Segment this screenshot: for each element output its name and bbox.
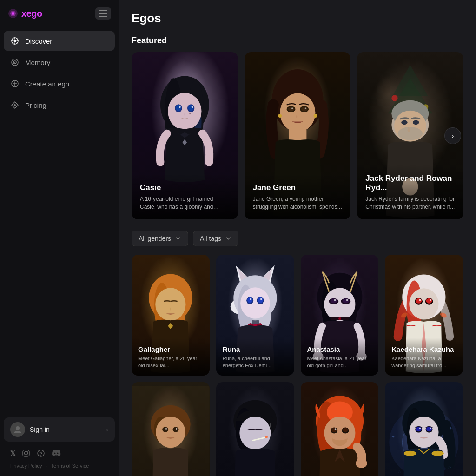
svg-point-49 — [313, 114, 317, 118]
chevron-down-icon-2 — [225, 235, 231, 242]
jane-card-overlay: Jane Green Jane Green, a young mother st… — [245, 174, 351, 219]
carousel-next-button[interactable]: › — [444, 127, 461, 144]
sidebar-item-discover[interactable]: Discover — [4, 31, 115, 51]
anastasia-name: Anastasia — [307, 345, 372, 353]
svg-text:P: P — [40, 451, 42, 456]
discover-icon — [10, 36, 20, 46]
dot-separator: · — [46, 463, 47, 469]
kazuha-overlay: Kaedehara Kazuha Kaedehara Kazuha, a wan… — [385, 338, 463, 376]
svg-point-41 — [280, 93, 315, 132]
svg-point-110 — [419, 299, 421, 301]
create-icon — [10, 79, 20, 88]
jack-desc: Jack Ryder's family is decorating for Ch… — [365, 195, 455, 211]
svg-point-2 — [12, 12, 14, 15]
ego-grid: Gallagher Meet Gallagher, a 28-year-old … — [132, 255, 463, 476]
gallagher-name: Gallagher — [138, 345, 203, 353]
svg-point-46 — [291, 108, 293, 109]
gender-filter-dropdown[interactable]: All genders — [132, 231, 188, 246]
svg-rect-122 — [132, 386, 210, 476]
sidebar-footer: Sign in › 𝕏 P — [0, 410, 119, 476]
user-avatar — [10, 422, 25, 437]
sidebar-toggle-button[interactable] — [95, 7, 111, 20]
sidebar-nav: Discover Memory Create an — [0, 31, 119, 410]
instagram-icon[interactable] — [22, 449, 30, 457]
svg-point-136 — [343, 428, 348, 432]
jack-card-overlay: Jack Ryder and Rowan Ryd... Jack Ryder's… — [357, 165, 463, 219]
featured-section-title: Featured — [132, 36, 463, 46]
ego-card-row2-2[interactable] — [216, 382, 294, 476]
sidebar-item-label-create: Create an ego — [25, 80, 69, 88]
casie-card-overlay: Casie A 16-year-old emo girl named Casie… — [132, 174, 238, 219]
logo-text: xego — [21, 8, 42, 19]
ego-card-row2-4[interactable]: ✦ ✦ ◇ ◇ — [385, 382, 463, 476]
featured-card-jane[interactable]: Jane Green Jane Green, a young mother st… — [245, 52, 351, 219]
svg-point-93 — [330, 298, 337, 303]
pinterest-icon[interactable]: P — [37, 449, 45, 457]
svg-point-95 — [342, 298, 349, 303]
featured-card-casie[interactable]: Casie A 16-year-old emo girl named Casie… — [132, 52, 238, 219]
privacy-policy-link[interactable]: Privacy Policy — [10, 463, 42, 469]
ego-card-row2-1[interactable] — [132, 382, 210, 476]
sidebar: xego Discover — [0, 0, 119, 476]
svg-point-138 — [356, 458, 367, 468]
kazuha-name: Kaedehara Kazuha — [391, 345, 456, 353]
ego-card-kazuha[interactable]: Kaedehara Kazuha Kaedehara Kazuha, a wan… — [385, 255, 463, 376]
anastasia-overlay: Anastasia Meet Anastasia, a 21-year-old … — [301, 338, 379, 376]
svg-point-82 — [258, 297, 263, 303]
svg-point-26 — [57, 453, 59, 454]
sidebar-item-memory[interactable]: Memory — [4, 52, 115, 73]
svg-text:✦: ✦ — [449, 426, 453, 430]
svg-point-59 — [398, 127, 423, 140]
tags-filter-dropdown[interactable]: All tags — [193, 231, 238, 246]
terms-of-service-link[interactable]: Terms of Service — [51, 463, 89, 469]
runa-overlay: Runa Runa, a cheerful and energetic Fox … — [216, 338, 294, 376]
svg-text:◇: ◇ — [398, 469, 401, 474]
jane-desc: Jane Green, a young mother struggling wi… — [253, 195, 343, 211]
svg-point-53 — [392, 95, 398, 101]
svg-point-91 — [324, 288, 355, 321]
svg-point-80 — [247, 297, 252, 303]
sign-in-button[interactable]: Sign in › — [4, 417, 115, 442]
sidebar-item-pricing[interactable]: Pricing — [4, 95, 115, 115]
filters-row: All genders All tags — [132, 231, 463, 246]
sidebar-item-label-pricing: Pricing — [25, 101, 46, 109]
row2-3-art — [301, 382, 379, 476]
svg-point-48 — [278, 114, 282, 118]
svg-point-99 — [338, 317, 341, 320]
svg-point-151 — [430, 427, 431, 429]
sign-in-text: Sign in — [30, 426, 50, 433]
discord-icon[interactable] — [52, 449, 61, 457]
svg-point-39 — [189, 113, 191, 114]
x-social-icon[interactable]: 𝕏 — [10, 449, 15, 457]
svg-point-19 — [16, 426, 20, 430]
svg-point-152 — [404, 451, 416, 456]
casie-name: Casie — [140, 183, 230, 192]
row2-2-art — [216, 382, 294, 476]
gallagher-desc: Meet Gallagher, a 28-year-old bisexual..… — [138, 355, 203, 369]
svg-point-96 — [334, 299, 336, 301]
sidebar-item-create[interactable]: Create an ego — [4, 73, 115, 94]
logo[interactable]: xego — [7, 8, 42, 19]
svg-point-111 — [430, 299, 431, 301]
ego-card-anastasia[interactable]: ☠ Anastasia Meet Anastasia, a 21-year-ol… — [301, 255, 379, 376]
footer-links: Privacy Policy · Terms of Service — [4, 463, 115, 469]
tags-filter-label: All tags — [200, 235, 221, 242]
pricing-icon — [10, 100, 20, 110]
chevron-down-icon — [175, 235, 181, 242]
svg-point-18 — [14, 104, 16, 106]
casie-desc: A 16-year-old emo girl named Casie, who … — [140, 195, 230, 211]
ego-card-runa[interactable]: Runa Runa, a cheerful and energetic Fox … — [216, 255, 294, 376]
svg-point-147 — [416, 427, 422, 431]
sidebar-item-label-memory: Memory — [25, 59, 50, 66]
svg-point-45 — [301, 107, 307, 112]
ego-card-gallagher[interactable]: Gallagher Meet Gallagher, a 28-year-old … — [132, 255, 210, 376]
row2-1-art — [132, 382, 210, 476]
ego-card-row2-3[interactable] — [301, 382, 379, 476]
main-content: Egos Featured — [119, 0, 476, 476]
svg-rect-5 — [99, 16, 107, 17]
svg-point-61 — [413, 120, 419, 125]
anastasia-desc: Meet Anastasia, a 21-year-old goth girl … — [307, 355, 372, 369]
svg-rect-3 — [99, 10, 107, 11]
runa-name: Runa — [223, 345, 288, 353]
kazuha-desc: Kaedehara Kazuha, a wandering samurai fr… — [391, 355, 456, 369]
